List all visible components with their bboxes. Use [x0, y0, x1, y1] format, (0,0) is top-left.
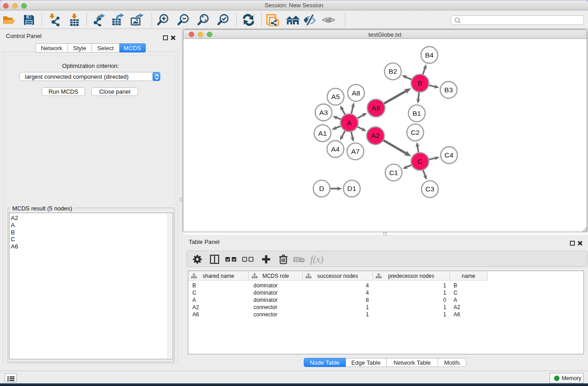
svg-text:B1: B1: [412, 110, 421, 117]
svg-text:B2: B2: [388, 67, 397, 75]
svg-text:A7: A7: [351, 148, 360, 155]
svg-text:A6: A6: [372, 104, 380, 112]
svg-text:B: B: [418, 79, 422, 87]
svg-text:C4: C4: [445, 151, 454, 159]
svg-text:A8: A8: [352, 89, 360, 97]
svg-text:A2: A2: [371, 132, 380, 139]
svg-text:D: D: [319, 185, 324, 192]
svg-text:C2: C2: [411, 129, 420, 136]
svg-text:A4: A4: [331, 145, 339, 153]
svg-text:A1: A1: [318, 129, 327, 137]
svg-text:C1: C1: [389, 169, 398, 176]
svg-text:C: C: [417, 157, 422, 165]
svg-text:C3: C3: [425, 185, 435, 193]
svg-text:B4: B4: [425, 51, 434, 59]
svg-text:D1: D1: [347, 185, 356, 192]
svg-text:A5: A5: [331, 93, 340, 100]
svg-text:B3: B3: [445, 86, 453, 94]
svg-text:A3: A3: [319, 109, 328, 116]
svg-text:A: A: [347, 119, 352, 127]
